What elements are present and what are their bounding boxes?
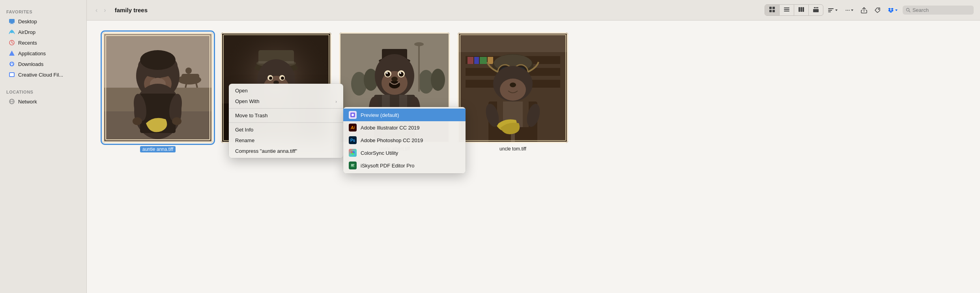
svg-rect-143 [488,57,493,64]
illustrator-icon: Ai [349,124,357,131]
svg-point-127 [391,77,398,81]
svg-rect-19 [784,11,789,11]
view-grid-button[interactable] [765,5,780,15]
sidebar-item-label: Downloads [18,61,43,67]
more-options-button[interactable]: ··· [842,4,857,16]
svg-rect-18 [784,9,789,10]
svg-rect-29 [828,11,831,12]
sidebar-item-airdrop[interactable]: AirDrop [2,27,84,37]
colorsync-icon [349,149,357,157]
toolbar: ‹ › family trees [87,0,980,21]
view-list-button[interactable] [780,5,794,15]
svg-rect-13 [769,7,772,9]
svg-point-152 [500,79,526,101]
submenu-colorsync[interactable]: ColorSync Utility [343,146,466,159]
sidebar-item-desktop[interactable]: Desktop [2,16,84,26]
locations-section-label: Locations [0,86,86,96]
svg-point-63 [133,117,142,125]
svg-point-71 [352,152,354,155]
context-open[interactable]: Open [229,85,343,96]
view-buttons [765,4,823,16]
svg-point-123 [399,72,404,77]
sidebar-item-recents[interactable]: Recents [2,38,84,48]
nav-buttons: ‹ › [93,5,108,15]
submenu-photoshop-label: Adobe Photoshop CC 2019 [361,137,423,143]
submenu-colorsync-label: ColorSync Utility [361,150,398,156]
forward-button[interactable]: › [101,5,108,15]
sidebar-item-network[interactable]: Network [2,96,84,107]
svg-rect-113 [418,44,420,92]
open-with-arrow-icon: › [335,99,337,104]
svg-rect-25 [815,7,817,8]
search-box[interactable] [903,6,974,15]
context-get-info[interactable]: Get Info [229,124,343,135]
context-rename-label: Rename [235,137,254,143]
dropbox-button[interactable] [885,6,901,14]
context-separator-2 [229,122,343,123]
context-open-with[interactable]: Open With › Preview (default) [229,96,343,107]
view-column-button[interactable] [794,5,809,15]
favorites-section-label: Favorites [0,6,86,16]
context-separator-1 [229,108,343,109]
file-thumbnail-uncle-tom [458,32,568,143]
svg-rect-24 [814,7,815,8]
sidebar-item-label: Network [18,99,37,105]
svg-rect-140 [468,57,473,64]
sidebar-item-label: Applications [18,51,46,56]
submenu-preview-label: Preview (default) [361,112,399,118]
svg-rect-142 [480,57,487,64]
context-rename[interactable]: Rename [229,135,343,146]
tags-button[interactable] [872,5,883,15]
search-input[interactable] [913,7,971,13]
svg-rect-74 [351,165,353,165]
toolbar-right: ··· [765,4,974,16]
main-content: ‹ › family trees [87,0,980,293]
back-button[interactable]: ‹ [93,5,100,15]
svg-marker-35 [888,9,891,11]
svg-rect-21 [800,7,802,12]
svg-rect-1 [11,23,13,24]
svg-point-125 [400,72,401,74]
svg-point-64 [172,117,181,125]
sidebar-item-applications[interactable]: Applications [2,48,84,58]
network-icon [9,98,15,105]
file-item-auntie-anna[interactable]: auntie anna.tiff Open Open With › [103,32,213,152]
svg-rect-23 [813,9,819,12]
submenu-illustrator[interactable]: Ai Adobe Illustrator CC 2019 [343,121,466,134]
submenu-iskysoft-label: iSkysoft PDF Editor Pro [361,163,415,169]
preview-icon [349,111,357,119]
svg-rect-20 [799,7,800,12]
submenu-photoshop[interactable]: Ps Adobe Photoshop CC 2019 [343,134,466,146]
svg-point-112 [431,69,445,91]
sidebar-item-creative-cloud[interactable]: Creative Cloud Fil... [2,69,84,80]
svg-rect-28 [828,10,832,11]
context-get-info-label: Get Info [235,127,253,133]
file-label-uncle-tom: uncle tom.tiff [499,146,526,152]
svg-rect-16 [772,10,775,12]
file-thumbnail [103,32,213,143]
downloads-icon [9,61,15,67]
svg-rect-27 [828,8,834,9]
svg-marker-33 [888,8,891,10]
context-move-trash[interactable]: Move to Trash [229,110,343,121]
sidebar-item-label: Desktop [18,19,37,24]
context-compress[interactable]: Compress "auntie anna.tiff" [229,146,343,156]
context-menu: Open Open With › [229,84,343,158]
svg-rect-75 [351,166,354,166]
group-sort-button[interactable] [825,5,841,15]
svg-point-124 [386,72,388,74]
submenu-illustrator-label: Adobe Illustrator CC 2019 [361,125,420,131]
svg-marker-5 [9,51,15,56]
svg-rect-22 [802,7,804,12]
svg-marker-38 [895,9,898,11]
file-item-uncle-tom[interactable]: uncle tom.tiff [458,32,568,152]
submenu-preview[interactable]: Preview (default) [343,109,466,121]
page-title: family trees [115,7,148,13]
file-label: auntie anna.tiff [140,146,176,152]
context-open-with-label: Open With [235,98,259,104]
share-button[interactable] [858,5,870,15]
submenu-iskysoft[interactable]: iSkysoft PDF Editor Pro [343,159,466,172]
sidebar: Favorites Desktop AirDrop [0,0,87,293]
sidebar-item-downloads[interactable]: Downloads [2,59,84,69]
view-gallery-button[interactable] [809,5,823,15]
